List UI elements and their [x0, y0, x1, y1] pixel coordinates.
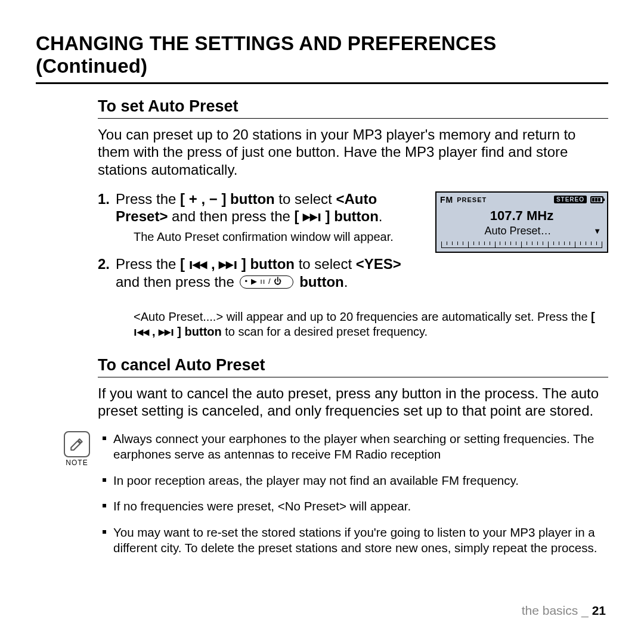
note-icon — [64, 431, 90, 457]
note-item: You may want to re-set the stored statio… — [103, 525, 608, 555]
device-tuning-ruler — [441, 240, 602, 248]
device-msg-row: Auto Preset… ▼ — [436, 225, 607, 239]
steps-list: Press the [ + , − ] button to select <Au… — [98, 190, 421, 290]
note-item: If no frequencies were preset, <No Prese… — [103, 499, 608, 514]
device-column: FM PRESET STEREO 107.7 MHz Auto Preset… … — [435, 190, 608, 253]
heading-auto-preset: To set Auto Preset — [98, 97, 608, 119]
pencil-icon — [69, 436, 85, 452]
footer-section: the basics — [522, 603, 578, 617]
t: [ + , − ] button — [180, 191, 275, 207]
t: to select — [275, 191, 336, 207]
content-body: To set Auto Preset You can preset up to … — [36, 97, 608, 566]
footer-page-number: 21 — [592, 603, 606, 617]
t: to select — [295, 256, 356, 272]
t: button — [295, 274, 343, 290]
device-screen: FM PRESET STEREO 107.7 MHz Auto Preset… … — [435, 191, 608, 253]
note-label: NOTE — [62, 459, 92, 467]
t: . — [379, 208, 383, 224]
chevron-down-icon: ▼ — [593, 227, 601, 236]
note-item: In poor reception areas, the player may … — [103, 473, 608, 488]
device-preset-label: PRESET — [457, 196, 487, 203]
t: Press the — [116, 191, 180, 207]
step-2: Press the [ ı◂◂ , ▸▸ı ] button to select… — [98, 255, 421, 290]
step-1-sub: The Auto Preset confirmation window will… — [116, 230, 421, 244]
step-2-sub: <Auto Preset....> will appear and up to … — [98, 309, 608, 339]
footer-sep: _ — [578, 603, 592, 617]
device-stereo-badge: STEREO — [554, 196, 587, 203]
heading-cancel-auto-preset: To cancel Auto Preset — [98, 356, 608, 377]
page-footer: the basics _ 21 — [522, 603, 606, 618]
t: <Auto Preset....> will appear and up to … — [134, 310, 591, 323]
section-cancel: To cancel Auto Preset If you want to can… — [98, 356, 608, 566]
note-list: Always connect your earphones to the pla… — [103, 431, 608, 566]
steps-column: Press the [ + , − ] button to select <Au… — [98, 190, 421, 301]
t: <YES> — [356, 256, 401, 272]
device-frequency: 107.7 MHz — [436, 206, 607, 225]
steps-and-device-row: Press the [ + , − ] button to select <Au… — [98, 190, 608, 301]
intro-paragraph: You can preset up to 20 stations in your… — [98, 126, 608, 178]
note-block: NOTE Always connect your earphones to th… — [98, 431, 608, 566]
page-title: CHANGING THE SETTINGS AND PREFERENCES (C… — [36, 32, 608, 78]
battery-icon — [590, 196, 603, 203]
t: and then press the — [168, 208, 294, 224]
t: and then press the — [116, 274, 238, 290]
title-rule — [36, 82, 608, 84]
device-message: Auto Preset… — [442, 225, 593, 237]
t: [ ı◂◂ , ▸▸ı ] button — [180, 256, 295, 272]
t: . — [344, 274, 348, 290]
device-status-bar: FM PRESET STEREO — [436, 193, 607, 206]
t: [ ▸▸ı ] button — [295, 208, 379, 224]
step-1: Press the [ + , − ] button to select <Au… — [98, 190, 421, 245]
device-fm-label: FM — [440, 195, 453, 205]
t: to scan for a desired preset frequency. — [222, 325, 428, 338]
note-icon-column: NOTE — [62, 431, 92, 566]
note-item: Always connect your earphones to the pla… — [103, 431, 608, 462]
cancel-paragraph: If you want to cancel the auto preset, p… — [98, 385, 608, 420]
play-pause-power-icon — [240, 275, 293, 289]
t: Press the — [116, 256, 180, 272]
